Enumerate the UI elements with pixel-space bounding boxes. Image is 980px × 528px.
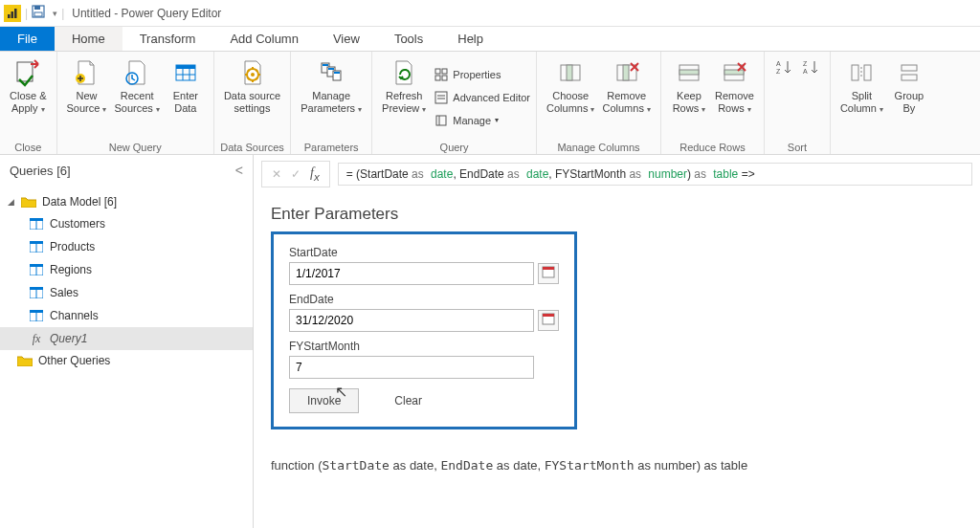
query-products[interactable]: Products [0,235,253,258]
tab-view[interactable]: View [316,27,377,51]
group-label-empty [836,139,931,154]
tab-home[interactable]: Home [55,27,122,51]
tab-file[interactable]: File [0,27,55,51]
group-label-data-sources: Data Sources [220,139,284,154]
cancel-formula-icon[interactable]: ✕ [272,167,281,181]
sort-asc-button[interactable]: AZ [770,55,797,139]
accept-formula-icon[interactable]: ✓ [291,167,301,181]
param-startdate: StartDate [289,246,559,285]
properties-button[interactable]: Properties [434,64,530,85]
ribbon: Close & Apply ▾ Close New Source ▾ Recen… [0,52,980,155]
sort-asc-icon: AZ [774,57,793,77]
table-icon [29,286,44,299]
group-label-parameters: Parameters [297,139,366,154]
invoke-button[interactable]: Invoke [289,388,359,413]
queries-pane: Queries [6] < ◢ Data Model [6] Customers… [0,155,254,528]
formula-bar-row: ✕ ✓ fx = (StartDate as date, EndDate as … [254,155,980,193]
group-label-query: Query [378,139,530,154]
tab-help[interactable]: Help [440,27,501,51]
recent-sources-icon [122,57,152,88]
svg-rect-2 [14,9,17,18]
ribbon-group-parameters: Manage Parameters ▾ Parameters [291,52,372,154]
date-picker-button[interactable] [538,263,559,284]
manage-label: Manage [453,115,491,126]
new-source-label: New Source [67,90,100,114]
advanced-editor-label: Advanced Editor [453,92,530,103]
ribbon-group-transform: Split Column ▾ Group By [831,52,937,154]
window-title: Untitled - Power Query Editor [72,7,221,20]
enter-data-label: Enter Data [173,90,198,114]
save-icon[interactable] [32,5,45,21]
parameters-box: StartDate EndDate FYStartMonth [271,231,577,429]
param-label: EndDate [289,293,559,306]
calendar-icon [542,265,555,281]
startdate-input[interactable] [289,262,534,285]
remove-rows-button[interactable]: Remove Rows ▾ [711,55,758,139]
clear-button[interactable]: Clear [376,388,440,413]
svg-rect-67 [543,314,554,317]
svg-text:Z: Z [803,60,808,67]
tab-tools[interactable]: Tools [377,27,440,51]
table-icon [29,263,44,276]
tab-transform[interactable]: Transform [122,27,213,51]
choose-columns-label: Choose Columns [546,90,589,114]
manage-button[interactable]: Manage ▾ [434,110,530,131]
svg-rect-44 [864,65,871,80]
split-column-button[interactable]: Split Column ▾ [836,55,887,139]
formula-bar[interactable]: = (StartDate as date, EndDate as date, F… [338,163,972,186]
svg-rect-22 [435,69,440,74]
table-icon [29,240,44,253]
enter-data-button[interactable]: Enter Data [164,55,208,139]
svg-rect-46 [902,75,917,80]
manage-parameters-button[interactable]: Manage Parameters ▾ [297,55,366,139]
query-sales[interactable]: Sales [0,281,253,304]
query-channels[interactable]: Channels [0,304,253,327]
refresh-preview-button[interactable]: Refresh Preview ▾ [378,55,430,139]
keep-rows-icon [674,57,704,88]
query-label: Regions [50,263,92,276]
folder-other-queries[interactable]: Other Queries [0,350,253,371]
qat-dropdown-icon[interactable]: ▾ [53,9,57,18]
folder-data-model[interactable]: ◢ Data Model [6] [0,191,253,212]
svg-rect-24 [435,76,440,80]
query-query1[interactable]: fxQuery1 [0,327,253,350]
query-label: Channels [50,309,99,322]
param-fystartmonth: FYStartMonth [289,340,559,379]
new-source-icon [71,57,101,88]
folder-icon [17,354,33,367]
folder-label: Other Queries [38,354,110,367]
ribbon-group-reduce-rows: Keep Rows ▾ Remove Rows ▾ Reduce Rows [661,52,765,154]
group-by-button[interactable]: Group By [887,55,931,139]
collapse-pane-icon[interactable]: < [235,163,243,178]
ribbon-group-sort: AZ ZA Sort [765,52,831,154]
svg-rect-20 [328,68,334,70]
recent-sources-button[interactable]: Recent Sources ▾ [110,55,163,139]
split-column-label: Split Column [840,90,877,114]
fx-icon[interactable]: fx [310,165,320,183]
properties-label: Properties [453,69,501,80]
query-customers[interactable]: Customers [0,212,253,235]
keep-rows-button[interactable]: Keep Rows ▾ [667,55,711,139]
group-label-sort: Sort [770,139,824,154]
data-source-settings-label: Data source settings [224,90,280,114]
fystartmonth-input[interactable] [289,356,534,379]
manage-parameters-label: Manage Parameters [301,90,355,114]
tab-add-column[interactable]: Add Column [212,27,316,51]
data-source-settings-button[interactable]: Data source settings [220,55,284,139]
new-source-button[interactable]: New Source ▾ [63,55,111,139]
manage-parameters-icon [316,57,346,88]
close-apply-button[interactable]: Close & Apply ▾ [6,55,51,139]
table-icon [29,217,44,231]
advanced-editor-button[interactable]: Advanced Editor [434,87,530,108]
ribbon-group-close: Close & Apply ▾ Close [0,52,57,154]
remove-columns-button[interactable]: Remove Columns ▾ [598,55,654,139]
svg-text:Z: Z [776,68,781,75]
choose-columns-button[interactable]: Choose Columns ▾ [543,55,598,139]
query-regions[interactable]: Regions [0,258,253,281]
enddate-input[interactable] [289,309,534,332]
main-area: Queries [6] < ◢ Data Model [6] Customers… [0,155,980,528]
sort-desc-button[interactable]: ZA [797,55,824,139]
svg-point-15 [251,73,255,77]
date-picker-button[interactable] [538,310,559,331]
properties-icon [434,67,449,82]
